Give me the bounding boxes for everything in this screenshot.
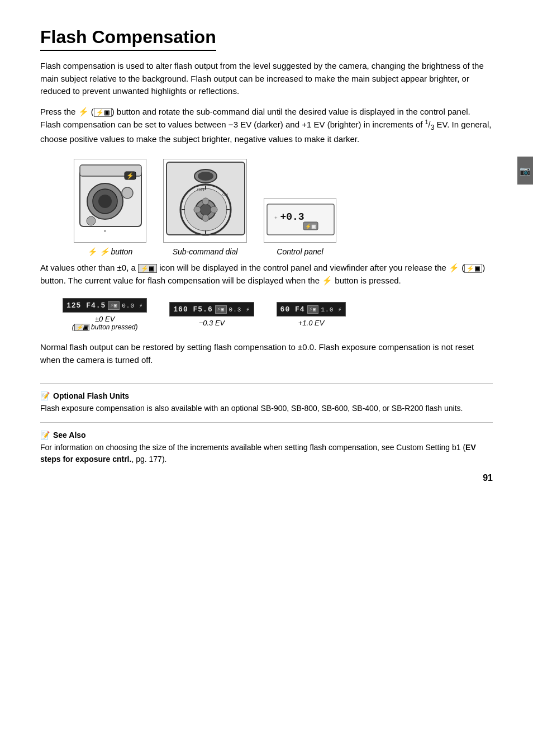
note-icon-2: 📝 <box>40 431 50 440</box>
note-title-1: Optional Flash Units <box>53 391 129 400</box>
svg-text:ON: ON <box>222 192 228 197</box>
sub-command-svg: OFF ON <box>163 159 247 243</box>
flash-button-svg: ⚡ n <box>74 159 146 243</box>
svg-point-24 <box>211 206 217 213</box>
panel-group-03ev: 160 F5.6 ⚡▣ 0.3 ⚡ −0.3 EV <box>169 302 254 327</box>
separator-2 <box>40 422 493 423</box>
page-title: Flash Compensation <box>40 27 216 51</box>
control-panel-diagram: +0.3 ⚡▣ + Control panel <box>264 198 336 256</box>
note-optional-flash: 📝 Optional Flash Units Flash exposure co… <box>40 391 493 414</box>
svg-point-4 <box>98 195 112 208</box>
after-diagram-text: At values other than ±0, a ⚡▣ icon will … <box>40 262 493 287</box>
ev-label-0: ±0 EV <box>95 315 115 323</box>
svg-point-22 <box>200 204 211 215</box>
svg-point-23 <box>194 206 201 213</box>
svg-text:⚡▣: ⚡▣ <box>305 223 316 230</box>
svg-text:⚡: ⚡ <box>126 172 134 179</box>
note-body-2: For information on choosing the size of … <box>40 442 493 465</box>
sub-command-diagram: OFF ON Sub-command dial <box>163 159 247 256</box>
intro-paragraph: Flash compensation is used to alter flas… <box>40 60 493 98</box>
note-body-1: Flash exposure compensation is also avai… <box>40 403 493 414</box>
side-tab: 📷 <box>517 157 533 185</box>
page-number: 91 <box>483 473 493 483</box>
flash-button-label: ⚡ ⚡ button <box>88 247 133 256</box>
flash-button-diagram: ⚡ n ⚡ ⚡ button <box>74 159 146 256</box>
panel-group-10ev: 60 F4 ⚡▣ 1.0 ⚡ +1.0 EV <box>277 302 346 327</box>
svg-point-12 <box>198 172 213 181</box>
restore-text: Normal flash output can be restored by s… <box>40 341 493 366</box>
ev-label-10: +1.0 EV <box>298 319 325 327</box>
svg-point-8 <box>87 216 96 225</box>
ev-label-03: −0.3 EV <box>199 319 225 327</box>
svg-text:OFF: OFF <box>197 187 206 192</box>
svg-text:+: + <box>274 215 278 221</box>
instruction-paragraph: Press the ⚡ (⚡▣) button and rotate the s… <box>40 106 493 146</box>
svg-text:+0.3: +0.3 <box>280 211 304 223</box>
control-panel-svg: +0.3 ⚡▣ + <box>264 198 336 243</box>
note-title-2: See Also <box>53 431 86 440</box>
panels-row: 125 F4.5 ⚡▣ 0.0 ⚡ ±0 EV (⚡▣ button press… <box>63 298 493 331</box>
sub-command-label: Sub-command dial <box>173 247 238 256</box>
svg-point-7 <box>122 187 133 199</box>
lcd-display-03ev: 160 F5.6 ⚡▣ 0.3 ⚡ <box>169 302 254 316</box>
page: 📷 Flash Compensation Flash compensation … <box>0 0 533 500</box>
note-see-also-header: 📝 See Also <box>40 431 493 440</box>
svg-text:n: n <box>104 228 106 233</box>
ev-sublabel-0: (⚡▣ button pressed) <box>72 323 138 331</box>
lcd-display-0ev: 125 F4.5 ⚡▣ 0.0 ⚡ <box>63 298 147 313</box>
svg-point-26 <box>202 215 209 221</box>
note-optional-flash-header: 📝 Optional Flash Units <box>40 391 493 400</box>
svg-point-25 <box>202 198 209 205</box>
bottom-notes: 📝 Optional Flash Units Flash exposure co… <box>40 383 493 465</box>
panel-group-0ev: 125 F4.5 ⚡▣ 0.0 ⚡ ±0 EV (⚡▣ button press… <box>63 298 147 331</box>
control-panel-label: Control panel <box>277 247 323 256</box>
lcd-display-10ev: 60 F4 ⚡▣ 1.0 ⚡ <box>277 302 346 316</box>
camera-icon: 📷 <box>520 166 531 176</box>
note-icon-1: 📝 <box>40 391 50 400</box>
diagram-area: ⚡ n ⚡ ⚡ button <box>74 159 493 256</box>
note-see-also: 📝 See Also For information on choosing t… <box>40 431 493 465</box>
separator-1 <box>40 383 493 384</box>
